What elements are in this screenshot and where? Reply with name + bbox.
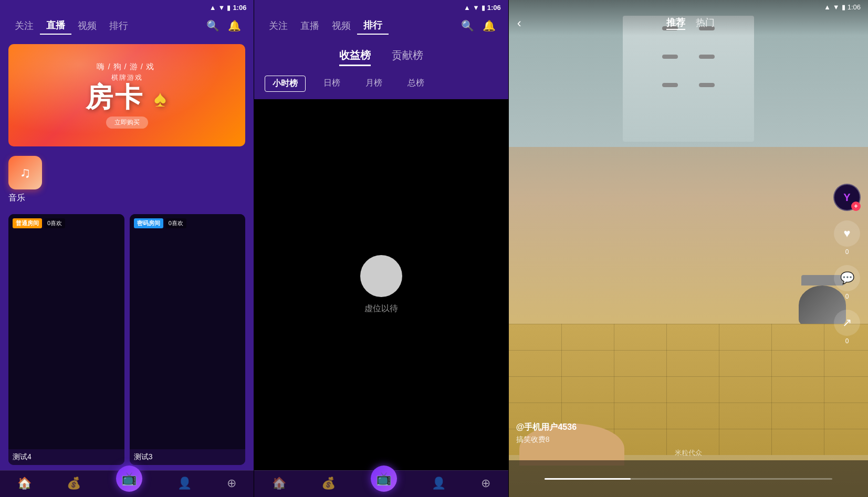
avatar-letter: Y — [843, 192, 850, 204]
nav-bar-2: 关注 直播 视频 排行 🔍 🔔 — [254, 15, 508, 40]
room-tags-2: 密码房间 0喜欢 — [134, 218, 186, 228]
panel-1: ▲ ▼ ▮ 1:06 关注 直播 视频 排行 🔍 🔔 嗨/狗/游/戏 棋牌游戏 … — [0, 0, 254, 497]
bottom-label: 米粒代众 — [675, 448, 702, 458]
time-display-2: 1:06 — [487, 4, 501, 12]
floor-h-1 — [509, 324, 868, 324]
time-display-1: 1:06 — [233, 4, 246, 12]
empty-avatar — [360, 255, 402, 297]
nav-video-1[interactable]: 视频 — [71, 17, 103, 34]
comment-icon: 💬 — [834, 265, 860, 291]
comment-count: 0 — [845, 293, 849, 300]
time-display-3: 1:06 — [848, 3, 861, 11]
profile-icon-2: 👤 — [432, 478, 446, 489]
like-button[interactable]: ♥ 0 — [834, 220, 860, 256]
sub-tab-hourly[interactable]: 小时榜 — [265, 76, 306, 92]
floor-h-3 — [509, 376, 868, 377]
signal-icon: ▲ — [210, 4, 216, 12]
wifi-icon-2: ▼ — [473, 4, 479, 12]
nav-bar-1: 关注 直播 视频 排行 🔍 🔔 — [0, 15, 254, 40]
panel-2: ▲ ▼ ▮ 1:06 关注 直播 视频 排行 🔍 🔔 收益榜 贡献榜 小时榜 日… — [254, 0, 508, 497]
nav-video-2[interactable]: 视频 — [326, 17, 357, 34]
nav-live-1[interactable]: 直播 — [40, 17, 71, 35]
bottom-tab-more-2[interactable]: ⊕ — [481, 478, 490, 489]
bell-icon-2[interactable]: 🔔 — [478, 17, 500, 34]
share-count: 0 — [845, 337, 849, 345]
back-button[interactable]: ‹ — [517, 16, 521, 30]
status-bar-3: ▲ ▼ ▮ 1:06 — [824, 0, 861, 11]
video-tabs: 推荐 热门 — [521, 16, 860, 30]
room-card-top-1: 普通房间 0喜欢 — [8, 214, 124, 449]
nav-rank-1[interactable]: 排行 — [103, 17, 134, 34]
handle-5 — [662, 83, 678, 87]
banner-top-title: 嗨/狗/游/戏 — [97, 62, 157, 72]
creator-avatar-btn[interactable]: Y + — [833, 184, 861, 211]
video-progress-bar[interactable] — [545, 478, 832, 480]
bottom-tab-center-2[interactable]: 📺 — [371, 475, 397, 492]
battery-icon: ▮ — [227, 4, 231, 12]
like-count: 0 — [845, 248, 849, 256]
bottom-tab-center-1[interactable]: 📺 — [116, 475, 142, 492]
home-icon-1: 🏠 — [17, 478, 32, 489]
video-header: ‹ 推荐 热门 — [509, 0, 868, 36]
room-type-tag-1: 普通房间 — [13, 218, 42, 228]
room-likes-2: 0喜欢 — [165, 218, 186, 228]
wifi-icon: ▼ — [218, 4, 225, 12]
bottom-tab-profile-2[interactable]: 👤 — [432, 478, 446, 489]
wifi-icon-3: ▼ — [833, 3, 840, 11]
share-button[interactable]: ↗ 0 — [834, 310, 860, 345]
battery-icon-3: ▮ — [842, 3, 845, 11]
heart-icon: ♥ — [834, 220, 860, 247]
handle-4 — [699, 55, 715, 59]
handle-3 — [662, 55, 678, 59]
banner-main-text: 房卡 ♠ — [86, 82, 169, 112]
bottom-tab-profile-1[interactable]: 👤 — [177, 478, 192, 489]
bottom-tab-money-2[interactable]: 💰 — [321, 478, 336, 489]
main-tab-contribution[interactable]: 贡献榜 — [392, 48, 423, 66]
search-icon-1[interactable]: 🔍 — [202, 17, 224, 34]
main-tab-earnings[interactable]: 收益榜 — [339, 48, 371, 66]
nav-follow-2[interactable]: 关注 — [263, 17, 294, 34]
money-icon-1: 💰 — [67, 478, 81, 489]
banner-card-symbol: ♠ — [154, 86, 168, 111]
share-icon: ↗ — [834, 310, 860, 336]
bottom-tab-home-1[interactable]: 🏠 — [17, 478, 32, 489]
video-progress-bar-area — [509, 460, 868, 497]
nav-rank-2[interactable]: 排行 — [357, 17, 389, 35]
room-card-1[interactable]: 普通房间 0喜欢 测试4 — [8, 214, 124, 465]
nav-live-2[interactable]: 直播 — [294, 17, 326, 34]
video-description: 搞笑收费8 — [516, 435, 826, 445]
profile-icon-1: 👤 — [177, 478, 192, 489]
bottom-tabs-1: 🏠 💰 📺 👤 ⊕ — [0, 470, 254, 497]
sub-tabs-section: 小时榜 日榜 月榜 总榜 — [254, 70, 508, 99]
bottom-tab-home-2[interactable]: 🏠 — [272, 478, 286, 489]
follow-plus-icon: + — [851, 202, 861, 211]
video-tab-recommend[interactable]: 推荐 — [666, 16, 685, 30]
signal-icon-2: ▲ — [464, 4, 470, 12]
center-tab-icon-2: 📺 — [371, 466, 397, 492]
floor-h-2 — [509, 350, 868, 351]
bottom-tab-money-1[interactable]: 💰 — [67, 478, 81, 489]
room-title-1: 测试4 — [13, 452, 120, 462]
comment-button[interactable]: 💬 0 — [834, 265, 860, 300]
music-label: 音乐 — [8, 193, 25, 204]
status-icons-1: ▲ ▼ ▮ 1:06 — [210, 4, 247, 12]
music-section: ♫ 音乐 — [0, 151, 254, 209]
sub-tab-monthly[interactable]: 月榜 — [358, 76, 390, 92]
sub-tab-daily[interactable]: 日榜 — [316, 76, 348, 92]
cabinet-row-3 — [631, 83, 746, 87]
bell-icon-1[interactable]: 🔔 — [224, 17, 245, 34]
video-tab-hot[interactable]: 热门 — [696, 16, 715, 30]
room-title-2: 测试3 — [134, 452, 242, 462]
sub-tab-total[interactable]: 总榜 — [400, 76, 432, 92]
empty-text: 虚位以待 — [364, 303, 398, 314]
room-card-2[interactable]: 密码房间 0喜欢 测试3 — [130, 214, 246, 465]
banner-button[interactable]: 立即购买 — [106, 117, 148, 129]
search-icon-2[interactable]: 🔍 — [457, 17, 478, 34]
bottom-tabs-2: 🏠 💰 📺 👤 ⊕ — [254, 470, 508, 497]
music-icon[interactable]: ♫ — [8, 156, 42, 189]
panel-3: ‹ 推荐 热门 ▲ ▼ ▮ 1:06 Y + ♥ 0 💬 0 — [509, 0, 868, 497]
nav-follow-1[interactable]: 关注 — [8, 17, 40, 34]
bottom-tab-more-1[interactable]: ⊕ — [227, 478, 236, 489]
status-bar-2: ▲ ▼ ▮ 1:06 — [254, 0, 508, 15]
banner-1[interactable]: 嗨/狗/游/戏 棋牌游戏 房卡 ♠ 立即购买 — [8, 44, 245, 146]
